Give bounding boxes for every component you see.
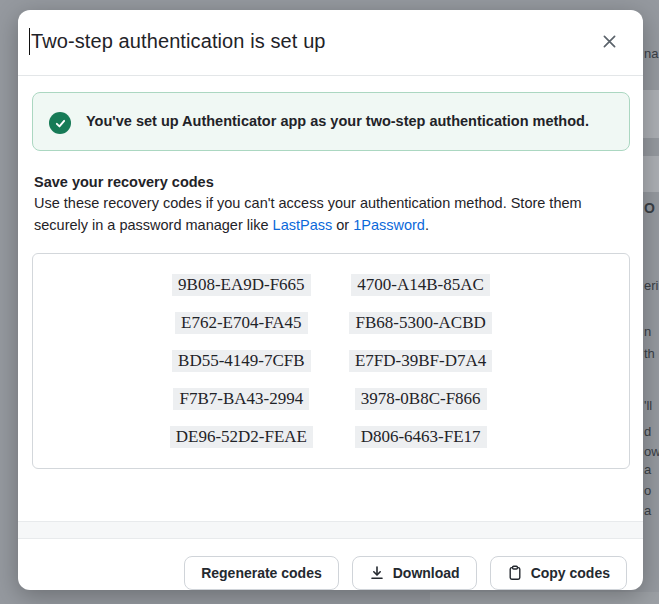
recovery-code: E762-E704-FA45 — [175, 312, 308, 334]
recovery-code: D806-6463-FE17 — [355, 426, 487, 448]
close-button[interactable] — [599, 31, 620, 52]
background-text-fragment: th — [644, 346, 655, 361]
background-text-fragment: na — [644, 46, 658, 61]
download-icon — [369, 565, 385, 581]
description-text: or — [332, 217, 353, 233]
recovery-code: 3978-0B8C-F866 — [355, 388, 487, 410]
background-text-fragment: d — [644, 424, 651, 439]
check-circle-icon — [49, 112, 71, 134]
recovery-code: 4700-A14B-85AC — [351, 274, 490, 296]
download-button[interactable]: Download — [352, 556, 477, 590]
background-text-fragment: eri — [644, 278, 658, 293]
regenerate-codes-button[interactable]: Regenerate codes — [184, 556, 339, 590]
background-row-band — [643, 156, 659, 192]
success-banner: You've set up Authenticator app as your … — [32, 92, 630, 151]
text-cursor — [29, 28, 30, 55]
background-text-fragment: a — [644, 462, 651, 477]
background-row-band — [643, 90, 659, 138]
recovery-codes-box: 9B08-EA9D-F6654700-A14B-85ACE762-E704-FA… — [32, 253, 630, 469]
recovery-code: 9B08-EA9D-F665 — [172, 274, 311, 296]
background-bottom-seam — [430, 592, 659, 604]
dialog-header: Two-step authentication is set up — [18, 10, 643, 76]
recovery-code: BD55-4149-7CFB — [172, 350, 311, 372]
recovery-code: E7FD-39BF-D7A4 — [349, 350, 492, 372]
background-text-fragment: o — [644, 483, 651, 498]
description-text: . — [425, 217, 429, 233]
onepassword-link[interactable]: 1Password — [353, 217, 425, 233]
recovery-code: F7B7-BA43-2994 — [173, 388, 309, 410]
recovery-codes-heading: Save your recovery codes — [34, 174, 630, 190]
dialog-footer: Regenerate codes Download Copy codes — [18, 539, 643, 590]
recovery-codes-grid: 9B08-EA9D-F6654700-A14B-85ACE762-E704-FA… — [33, 274, 629, 448]
recovery-codes-description: Use these recovery codes if you can't ac… — [34, 193, 630, 237]
background-text-fragment: O — [644, 200, 655, 216]
background-text-fragment: a — [644, 503, 651, 518]
download-label: Download — [393, 565, 460, 581]
close-icon — [601, 38, 618, 53]
copy-codes-label: Copy codes — [531, 565, 610, 581]
background-page-strip: naOerinth'lldowaoa — [643, 0, 659, 604]
clipboard-icon — [507, 565, 523, 581]
two-step-auth-dialog: Two-step authentication is set up You've… — [18, 10, 643, 590]
dialog-body: You've set up Authenticator app as your … — [18, 76, 643, 504]
success-banner-text: You've set up Authenticator app as your … — [86, 110, 589, 134]
recovery-code: FB68-5300-ACBD — [349, 312, 491, 334]
footer-divider-band — [18, 521, 643, 539]
dialog-title: Two-step authentication is set up — [31, 30, 599, 53]
background-text-fragment: ow — [644, 444, 659, 459]
regenerate-codes-label: Regenerate codes — [201, 565, 322, 581]
background-text-fragment: 'll — [644, 398, 652, 413]
recovery-code: DE96-52D2-FEAE — [170, 426, 313, 448]
lastpass-link[interactable]: LastPass — [273, 217, 333, 233]
copy-codes-button[interactable]: Copy codes — [490, 556, 627, 590]
background-text-fragment: n — [644, 324, 651, 339]
